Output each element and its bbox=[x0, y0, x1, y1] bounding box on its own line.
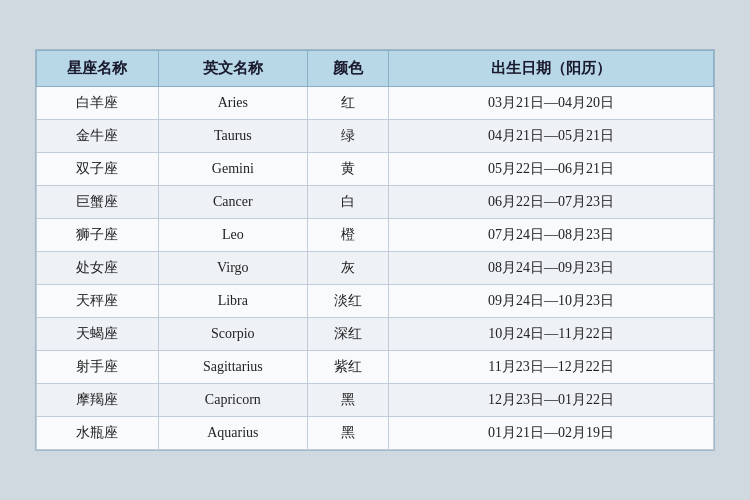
cell-color: 深红 bbox=[307, 318, 388, 351]
cell-english: Taurus bbox=[158, 120, 307, 153]
table-row: 射手座Sagittarius紫红11月23日—12月22日 bbox=[37, 351, 714, 384]
cell-chinese: 白羊座 bbox=[37, 87, 159, 120]
table-row: 狮子座Leo橙07月24日—08月23日 bbox=[37, 219, 714, 252]
table-body: 白羊座Aries红03月21日—04月20日金牛座Taurus绿04月21日—0… bbox=[37, 87, 714, 450]
cell-date: 07月24日—08月23日 bbox=[389, 219, 714, 252]
cell-chinese: 巨蟹座 bbox=[37, 186, 159, 219]
cell-date: 05月22日—06月21日 bbox=[389, 153, 714, 186]
cell-date: 04月21日—05月21日 bbox=[389, 120, 714, 153]
cell-english: Libra bbox=[158, 285, 307, 318]
table-row: 白羊座Aries红03月21日—04月20日 bbox=[37, 87, 714, 120]
zodiac-table: 星座名称 英文名称 颜色 出生日期（阳历） 白羊座Aries红03月21日—04… bbox=[36, 50, 714, 450]
cell-date: 09月24日—10月23日 bbox=[389, 285, 714, 318]
header-english: 英文名称 bbox=[158, 51, 307, 87]
cell-english: Capricorn bbox=[158, 384, 307, 417]
cell-english: Sagittarius bbox=[158, 351, 307, 384]
cell-english: Aquarius bbox=[158, 417, 307, 450]
cell-chinese: 射手座 bbox=[37, 351, 159, 384]
cell-color: 紫红 bbox=[307, 351, 388, 384]
cell-chinese: 水瓶座 bbox=[37, 417, 159, 450]
cell-color: 黑 bbox=[307, 417, 388, 450]
table-row: 摩羯座Capricorn黑12月23日—01月22日 bbox=[37, 384, 714, 417]
table-row: 天蝎座Scorpio深红10月24日—11月22日 bbox=[37, 318, 714, 351]
table-row: 双子座Gemini黄05月22日—06月21日 bbox=[37, 153, 714, 186]
table-row: 天秤座Libra淡红09月24日—10月23日 bbox=[37, 285, 714, 318]
cell-english: Aries bbox=[158, 87, 307, 120]
table-row: 水瓶座Aquarius黑01月21日—02月19日 bbox=[37, 417, 714, 450]
header-chinese: 星座名称 bbox=[37, 51, 159, 87]
header-color: 颜色 bbox=[307, 51, 388, 87]
cell-english: Leo bbox=[158, 219, 307, 252]
cell-date: 12月23日—01月22日 bbox=[389, 384, 714, 417]
cell-color: 黄 bbox=[307, 153, 388, 186]
cell-color: 绿 bbox=[307, 120, 388, 153]
cell-date: 08月24日—09月23日 bbox=[389, 252, 714, 285]
cell-english: Gemini bbox=[158, 153, 307, 186]
cell-english: Virgo bbox=[158, 252, 307, 285]
cell-date: 01月21日—02月19日 bbox=[389, 417, 714, 450]
cell-chinese: 狮子座 bbox=[37, 219, 159, 252]
cell-chinese: 双子座 bbox=[37, 153, 159, 186]
table-header-row: 星座名称 英文名称 颜色 出生日期（阳历） bbox=[37, 51, 714, 87]
cell-color: 灰 bbox=[307, 252, 388, 285]
table-row: 巨蟹座Cancer白06月22日—07月23日 bbox=[37, 186, 714, 219]
cell-chinese: 处女座 bbox=[37, 252, 159, 285]
cell-chinese: 天蝎座 bbox=[37, 318, 159, 351]
cell-color: 淡红 bbox=[307, 285, 388, 318]
cell-chinese: 金牛座 bbox=[37, 120, 159, 153]
cell-chinese: 摩羯座 bbox=[37, 384, 159, 417]
cell-chinese: 天秤座 bbox=[37, 285, 159, 318]
cell-color: 黑 bbox=[307, 384, 388, 417]
header-date: 出生日期（阳历） bbox=[389, 51, 714, 87]
cell-date: 11月23日—12月22日 bbox=[389, 351, 714, 384]
cell-date: 10月24日—11月22日 bbox=[389, 318, 714, 351]
cell-date: 03月21日—04月20日 bbox=[389, 87, 714, 120]
cell-color: 红 bbox=[307, 87, 388, 120]
table-row: 金牛座Taurus绿04月21日—05月21日 bbox=[37, 120, 714, 153]
table-row: 处女座Virgo灰08月24日—09月23日 bbox=[37, 252, 714, 285]
zodiac-table-container: 星座名称 英文名称 颜色 出生日期（阳历） 白羊座Aries红03月21日—04… bbox=[35, 49, 715, 451]
cell-english: Cancer bbox=[158, 186, 307, 219]
cell-color: 白 bbox=[307, 186, 388, 219]
cell-english: Scorpio bbox=[158, 318, 307, 351]
cell-color: 橙 bbox=[307, 219, 388, 252]
cell-date: 06月22日—07月23日 bbox=[389, 186, 714, 219]
